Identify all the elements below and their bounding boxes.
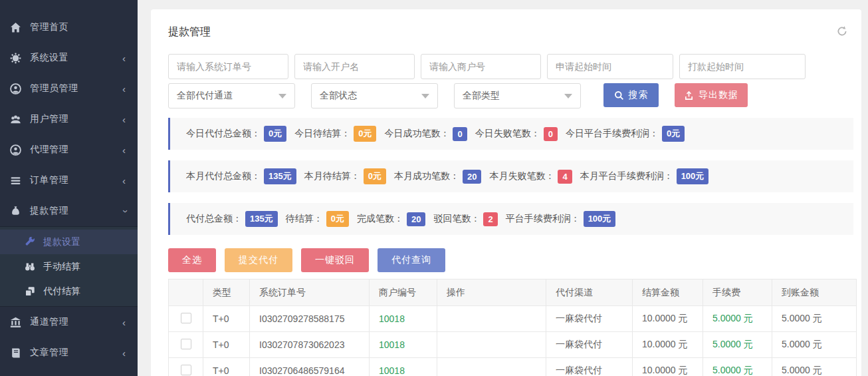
type-select-value: 全部类型 [463,90,500,102]
cell-type: T+0 [203,358,250,376]
row-checkbox[interactable] [181,365,191,375]
export-data-button[interactable]: 导出数据 [675,83,748,107]
refresh-icon[interactable] [836,25,848,37]
order-no-input[interactable] [168,54,288,79]
channel-select[interactable]: 全部代付通道 [168,83,295,108]
cell-receive-amount: 5.0000 元 [772,332,857,358]
filter-selects-row: 全部代付通道 全部状态 全部类型 搜索 导出数据 [168,83,853,108]
cell-receive-amount: 5.0000 元 [772,306,857,332]
stats-today-bar: 今日代付总金额：0元 今日待结算：0元 今日成功笔数：0 今日失败笔数：0 今日… [168,118,853,150]
stat-badge: 2 [483,212,497,226]
sidebar-item-channel-management[interactable]: 通道管理 ‹ [0,307,138,337]
cell-action [437,332,546,358]
chevron-down-icon: ‹ [119,210,129,213]
stat-badge: 100元 [584,211,616,227]
filter-inputs-row [168,54,853,79]
cell-fee: 5.0000 元 [703,332,772,358]
column-header: 操作 [437,280,546,306]
submenu-item-withdraw-settings[interactable]: 提款设置 [0,230,138,254]
submit-daifu-button[interactable]: 提交代付 [225,248,292,272]
stat-badge: 135元 [245,211,278,227]
stat-badge: 0 [544,127,558,141]
cell-settle-amount: 10.0000 元 [633,332,703,358]
sidebar-item-order-management[interactable]: 订单管理 ‹ [0,165,138,196]
search-button-label: 搜索 [629,89,649,101]
sidebar-item-agent-management[interactable]: 代理管理 ‹ [0,134,138,165]
column-header: 系统订单号 [250,280,370,306]
stat-label: 待结算： [286,213,323,225]
gear-icon [10,53,21,64]
stat-badge: 135元 [264,168,296,184]
status-select-value: 全部状态 [320,90,357,102]
cell-type: T+0 [203,332,250,358]
submenu-item-label: 手动结算 [43,261,80,273]
stats-total-bar: 代付总金额：135元 待结算：0元 完成笔数：20 驳回笔数：2 平台手续费利润… [168,203,853,235]
row-checkbox[interactable] [181,339,191,349]
status-select[interactable]: 全部状态 [311,83,438,108]
stat-label: 驳回笔数： [433,213,480,225]
stat-badge: 0 [453,127,467,141]
chevron-down-icon [564,94,572,98]
sidebar-item-label: 订单管理 [30,174,122,186]
select-column-header [169,280,203,306]
sidebar-item-system-settings[interactable]: 系统设置 ‹ [0,43,138,73]
stat-label: 本月待结算： [304,170,360,182]
stat-badge: 0元 [326,211,349,227]
apply-start-time-input[interactable] [547,54,673,79]
select-all-button[interactable]: 全选 [168,248,216,272]
stat-label: 本月代付总金额： [186,170,261,182]
cell-order-no: I0302709278588175 [250,306,370,332]
sidebar-item-label: 代理管理 [30,144,122,156]
stat-label: 今日成功笔数： [384,128,449,140]
submenu-item-manual-settlement[interactable]: 手动结算 [0,254,138,279]
cell-channel: 一麻袋代付 [546,358,633,376]
stat-label: 今日平台手续费利润： [566,128,659,140]
chevron-left-icon: ‹ [122,53,126,63]
sidebar-item-label: 通道管理 [30,316,122,328]
stat-badge: 20 [407,212,425,226]
submenu-item-label: 代付结算 [43,285,80,297]
clone-icon [25,286,35,297]
article-icon [10,347,21,359]
stat-label: 今日代付总金额： [186,128,261,140]
binoculars-icon [25,262,35,272]
stat-label: 本月成功笔数： [394,170,459,182]
account-name-input[interactable] [294,54,415,79]
daifu-query-button[interactable]: 代付查询 [378,248,445,272]
stat-badge: 4 [558,170,572,184]
bulk-actions-row: 全选 提交代付 一键驳回 代付查询 [168,248,853,272]
bank-icon [10,317,21,328]
stat-label: 今日失败笔数： [475,128,540,140]
stat-badge: 100元 [677,168,709,184]
column-header: 手续费 [703,280,772,306]
stat-badge: 20 [463,170,481,184]
table-row: T+0 I0302706486579164 10018 一麻袋代付 10.000… [169,358,857,376]
row-checkbox[interactable] [181,313,191,323]
home-icon [10,22,21,33]
merchant-no-input[interactable] [421,54,541,79]
payout-start-time-input[interactable] [679,54,806,79]
stat-label: 代付总金额： [186,213,242,225]
main-content: 提款管理 全部代付通道 全部状态 全部类型 [138,0,868,376]
chevron-left-icon: ‹ [122,317,126,327]
sidebar-item-article-management[interactable]: 文章管理 ‹ [0,337,138,368]
withdraw-icon [10,206,21,217]
stat-badge: 0元 [662,126,685,142]
sidebar-item-admin-management[interactable]: 管理员管理 ‹ [0,73,138,104]
sidebar-item-user-management[interactable]: 用户管理 ‹ [0,104,138,134]
users-icon [10,114,21,125]
sidebar-item-withdraw-management[interactable]: 提款管理 ‹ [0,196,138,226]
chevron-down-icon [421,94,429,98]
column-header: 代付渠道 [546,280,633,306]
column-header: 结算金额 [633,280,703,306]
cell-channel: 一麻袋代付 [546,332,633,358]
cell-merchant-no: 10018 [370,306,437,332]
reject-all-button[interactable]: 一键驳回 [301,248,369,272]
table-row: T+0 I0302709278588175 10018 一麻袋代付 10.000… [169,306,857,332]
column-header: 到账金额 [772,280,857,306]
stat-label: 今日待结算： [294,128,350,140]
search-button[interactable]: 搜索 [603,83,659,107]
type-select[interactable]: 全部类型 [454,83,581,108]
sidebar-item-home[interactable]: 管理首页 [0,12,138,43]
submenu-item-daifu-settlement[interactable]: 代付结算 [0,279,138,303]
